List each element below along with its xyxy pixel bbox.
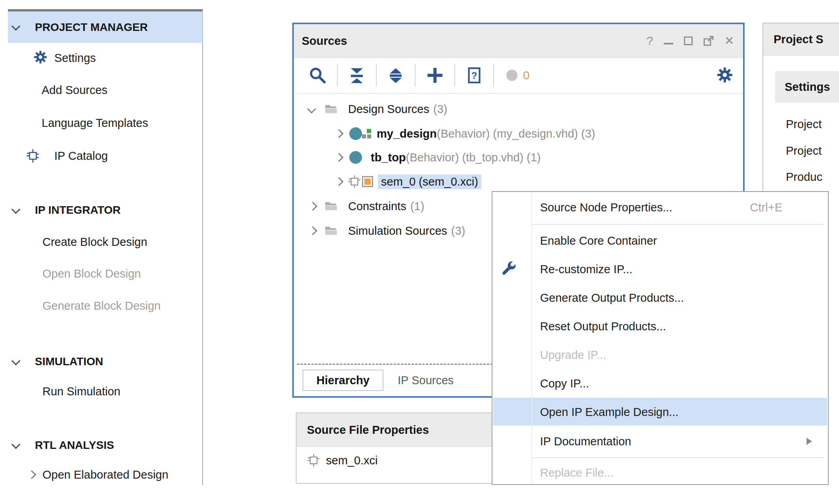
- sidebar-section-rtl-analysis[interactable]: RTL ANALYSIS: [35, 439, 114, 452]
- menu-item-reset-output-products[interactable]: Reset Output Products...: [492, 312, 828, 340]
- sidebar-item-generate-block-design: Generate Block Design: [42, 299, 161, 312]
- tree-name: my_design: [377, 127, 437, 140]
- file-name: sem_0.xci: [326, 454, 378, 467]
- sidebar-item-settings[interactable]: Settings: [54, 52, 96, 65]
- module-icon: [349, 127, 362, 140]
- sidebar-item-language-templates[interactable]: Language Templates: [42, 117, 148, 130]
- tree-label: Simulation Sources: [348, 224, 447, 238]
- sources-toolbar: ? 0: [294, 57, 743, 94]
- tree-row-my-design[interactable]: my_design (Behavior) (my_design.vhd) (3): [294, 125, 743, 142]
- toolbar-separator: [337, 64, 338, 87]
- source-file-properties-title: Source File Properties: [307, 424, 429, 437]
- chevron-right-icon[interactable]: [335, 177, 344, 186]
- chevron-down-icon[interactable]: [11, 356, 21, 366]
- folder-icon: [324, 225, 338, 236]
- expand-all-icon[interactable]: [387, 67, 404, 84]
- minimize-icon[interactable]: [664, 43, 673, 44]
- chevron-right-icon[interactable]: [335, 129, 344, 138]
- sidebar-item-add-sources[interactable]: Add Sources: [42, 84, 107, 97]
- sidebar-section-simulation[interactable]: SIMULATION: [35, 355, 103, 368]
- chip-icon: [25, 148, 40, 163]
- sidebar-item-ip-catalog[interactable]: IP Catalog: [54, 149, 108, 163]
- module-icon: [349, 151, 362, 164]
- add-sources-icon[interactable]: [426, 67, 444, 84]
- close-icon[interactable]: ✕: [724, 35, 734, 47]
- settings-section-band: Settings: [775, 71, 839, 103]
- search-icon[interactable]: [309, 67, 326, 84]
- tab-hierarchy[interactable]: Hierarchy: [303, 370, 383, 391]
- settings-gear-icon[interactable]: [717, 67, 733, 83]
- menu-item-enable-core-container[interactable]: Enable Core Container: [492, 227, 828, 255]
- tab-ip-sources[interactable]: IP Sources: [398, 370, 454, 391]
- svg-text:?: ?: [471, 70, 477, 81]
- tree-label: Constraints: [348, 200, 406, 213]
- help-icon[interactable]: ?: [646, 35, 653, 47]
- sidebar-section-project-manager[interactable]: PROJECT MANAGER: [35, 21, 148, 34]
- tree-count: (1): [410, 200, 424, 213]
- tree-row-sem-0[interactable]: sem_0 (sem_0.xci): [294, 173, 743, 190]
- messages-circle-icon[interactable]: [505, 68, 519, 82]
- project-summary-titlebar[interactable]: Project S: [763, 23, 839, 56]
- project-summary-title: Project S: [774, 33, 824, 46]
- toolbar-separator: [376, 64, 377, 87]
- maximize-icon[interactable]: [684, 36, 693, 45]
- settings-section-title: Settings: [785, 80, 830, 94]
- sidebar-section-ip-integrator[interactable]: IP INTEGRATOR: [35, 204, 121, 217]
- toolbar-separator: [454, 64, 455, 87]
- menu-item-upgrade-ip: Upgrade IP...: [492, 341, 828, 369]
- tree-meta: (Behavior) (my_design.vhd) (3): [437, 127, 596, 140]
- tree-label-selected: sem_0 (sem_0.xci): [378, 174, 481, 189]
- chevron-down-icon[interactable]: [11, 440, 21, 449]
- summary-row: Project: [786, 118, 822, 131]
- chevron-right-icon[interactable]: [27, 470, 36, 479]
- menu-item-copy-ip[interactable]: Copy IP...: [492, 370, 828, 397]
- sidebar-item-open-block-design: Open Block Design: [42, 267, 141, 280]
- summary-row: Produc: [786, 171, 822, 184]
- gear-icon: [34, 50, 47, 64]
- sources-panel-title: Sources: [302, 34, 347, 48]
- tree-label: Design Sources: [348, 103, 429, 116]
- file-properties-row[interactable]: sem_0.xci: [306, 453, 378, 468]
- submenu-arrow-icon: [806, 438, 812, 445]
- ip-chip-icon: [347, 174, 362, 189]
- collapse-all-icon[interactable]: [349, 67, 365, 84]
- float-window-icon[interactable]: [703, 36, 714, 46]
- menu-item-replace-file: Replace File...: [492, 459, 828, 487]
- chevron-down-icon[interactable]: [11, 205, 21, 214]
- sidebar-item-open-elaborated-design[interactable]: Open Elaborated Design: [42, 468, 169, 481]
- sources-window-controls: ? ✕: [646, 24, 734, 57]
- summary-row: Project: [786, 144, 822, 157]
- folder-icon: [324, 103, 338, 115]
- menu-item-source-node-properties[interactable]: Source Node Properties... Ctrl+E: [492, 194, 828, 221]
- menu-item-re-customize-ip[interactable]: Re-customize IP...: [492, 255, 828, 283]
- folder-icon: [324, 201, 338, 212]
- help-document-icon[interactable]: ?: [466, 67, 483, 84]
- tree-count: (3): [433, 103, 447, 116]
- ip-core-icon: [362, 176, 373, 187]
- ip-chip-icon: [306, 453, 321, 468]
- tree-meta: (Behavior) (tb_top.vhd) (1): [406, 151, 541, 164]
- context-menu: Source Node Properties... Ctrl+E Enable …: [492, 191, 829, 485]
- messages-count: 0: [523, 69, 530, 82]
- chevron-right-icon[interactable]: [308, 226, 318, 236]
- tree-row-tb-top[interactable]: tb_top (Behavior) (tb_top.vhd) (1): [294, 149, 743, 166]
- sidebar-divider: [202, 9, 203, 485]
- menu-separator: [532, 224, 824, 225]
- menu-item-open-ip-example-design[interactable]: Open IP Example Design...: [492, 398, 828, 426]
- menu-item-ip-documentation[interactable]: IP Documentation: [492, 427, 828, 455]
- tree-count: (3): [451, 224, 465, 238]
- menu-item-generate-output-products[interactable]: Generate Output Products...: [492, 284, 828, 312]
- sidebar-item-run-simulation[interactable]: Run Simulation: [42, 385, 121, 398]
- module-hierarchy-icon: [362, 129, 371, 138]
- tree-name: tb_top: [371, 151, 406, 164]
- chevron-right-icon[interactable]: [335, 153, 344, 162]
- chevron-right-icon[interactable]: [308, 202, 318, 211]
- toolbar-separator: [493, 64, 494, 87]
- sources-titlebar[interactable]: Sources ? ✕: [294, 24, 743, 58]
- chevron-down-icon[interactable]: [307, 105, 316, 114]
- menu-separator: [532, 457, 824, 458]
- toolbar-separator: [415, 64, 416, 87]
- sidebar-item-create-block-design[interactable]: Create Block Design: [42, 236, 147, 249]
- tree-row-design-sources[interactable]: Design Sources (3): [294, 100, 743, 118]
- shortcut-label: Ctrl+E: [750, 201, 782, 214]
